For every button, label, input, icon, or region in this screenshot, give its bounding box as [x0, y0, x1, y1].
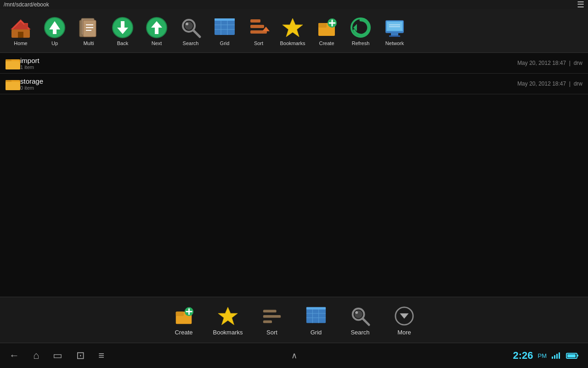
bottom-bookmarks-button[interactable]: Bookmarks [206, 299, 250, 341]
nav-menu-button[interactable]: ≡ [98, 350, 104, 362]
file-name: storage [20, 77, 517, 85]
svg-rect-59 [263, 310, 277, 312]
bottom-create-button[interactable]: Create [162, 299, 206, 341]
svg-rect-80 [577, 355, 578, 356]
svg-rect-61 [263, 320, 272, 323]
sort-icon [247, 16, 271, 40]
svg-rect-4 [24, 23, 28, 28]
toolbar-back-button[interactable]: Back [107, 12, 139, 51]
toolbar-multi-button[interactable]: Multi [73, 12, 105, 51]
bottom-more-label: More [397, 329, 411, 336]
toolbar-sort-label: Sort [254, 40, 263, 46]
toolbar-next-label: Next [152, 40, 162, 46]
list-item[interactable]: storage 0 item May 20, 2012 18:47 | drw [0, 74, 588, 94]
toolbar-back-label: Back [117, 40, 128, 46]
bottom-bookmarks-icon [216, 305, 239, 328]
toolbar-grid-button[interactable]: Grid [209, 12, 241, 51]
bottom-grid-icon [305, 305, 328, 328]
svg-line-70 [363, 318, 369, 324]
up-icon [43, 16, 67, 40]
toolbar-home-button[interactable]: Home [5, 12, 37, 51]
next-icon [145, 16, 169, 40]
svg-rect-54 [176, 311, 184, 316]
nav-right: 2:26 PM [513, 350, 579, 362]
list-item[interactable]: import 1 item May 20, 2012 18:47 | drw [0, 53, 588, 74]
bottom-create-label: Create [175, 329, 192, 336]
toolbar-multi-label: Multi [83, 40, 94, 46]
svg-point-71 [355, 310, 362, 318]
refresh-icon [349, 16, 373, 40]
svg-line-18 [193, 30, 200, 37]
file-name: import [20, 57, 517, 64]
path-label: /mnt/sdcard/ebook [4, 1, 49, 8]
bottom-sort-label: Sort [266, 329, 277, 336]
file-area: import 1 item May 20, 2012 18:47 | drw s… [0, 53, 588, 297]
svg-rect-34 [318, 23, 327, 28]
toolbar-up-button[interactable]: Up [39, 12, 71, 51]
svg-rect-29 [250, 25, 264, 28]
home-icon [9, 16, 33, 40]
svg-rect-42 [391, 33, 398, 35]
svg-rect-52 [6, 82, 20, 90]
file-perms: drw [574, 80, 582, 87]
svg-rect-9 [83, 20, 96, 37]
signal-icon [551, 352, 561, 359]
toolbar-create-button[interactable]: Create [311, 12, 343, 51]
toolbar-bookmarks-label: Bookmarks [280, 40, 305, 46]
svg-point-19 [185, 22, 193, 30]
svg-rect-27 [215, 18, 235, 21]
nav-up-button[interactable]: ∧ [291, 351, 297, 360]
toolbar-search-button[interactable]: Search [175, 12, 207, 51]
bottom-search-button[interactable]: Search [338, 299, 382, 341]
svg-rect-43 [389, 35, 400, 37]
file-count: 1 item [20, 64, 517, 70]
bottom-search-icon [349, 305, 372, 328]
toolbar-grid-label: Grid [220, 40, 230, 46]
bottom-grid-button[interactable]: Grid [294, 299, 338, 341]
file-date: May 20, 2012 18:47 [517, 60, 566, 66]
menu-icon[interactable]: ☰ [577, 0, 584, 10]
file-meta: May 20, 2012 18:47 | drw [517, 80, 582, 87]
bottom-sort-button[interactable]: Sort [250, 299, 294, 341]
file-perms: drw [574, 60, 582, 66]
multi-icon [77, 16, 101, 40]
toolbar-refresh-button[interactable]: Refresh [345, 12, 377, 51]
toolbar-sort-button[interactable]: Sort [243, 12, 275, 51]
bottom-more-icon [393, 305, 416, 328]
svg-rect-2 [18, 32, 23, 38]
toolbar-network-button[interactable]: Network [379, 12, 411, 51]
svg-point-72 [355, 311, 358, 314]
svg-rect-28 [250, 19, 260, 23]
svg-rect-77 [556, 354, 558, 359]
svg-rect-60 [263, 315, 281, 318]
svg-marker-74 [400, 313, 408, 319]
toolbar-next-button[interactable]: Next [141, 12, 173, 51]
svg-point-20 [186, 23, 188, 25]
svg-rect-22 [215, 20, 235, 35]
nav-home-button[interactable]: ⌂ [33, 350, 39, 362]
nav-center: ∧ [291, 351, 297, 361]
toolbar-refresh-label: Refresh [352, 40, 370, 46]
toolbar-bookmarks-button[interactable]: Bookmarks [277, 12, 309, 51]
nav-recent-button[interactable]: ▭ [53, 350, 62, 362]
toolbar-up-label: Up [51, 40, 58, 46]
bottom-bar: Create Bookmarks Sort [0, 297, 588, 343]
svg-rect-76 [554, 355, 555, 359]
nav-left: ← ⌂ ▭ ⊡ ≡ [9, 350, 104, 362]
nav-back-button[interactable]: ← [9, 350, 19, 362]
svg-rect-81 [567, 354, 576, 357]
top-toolbar: Home Up Multi [0, 9, 588, 53]
svg-rect-49 [6, 61, 20, 69]
bottom-more-button[interactable]: More [382, 299, 426, 341]
folder-icon [6, 56, 20, 70]
nav-bar: ← ⌂ ▭ ⊡ ≡ ∧ 2:26 PM [0, 343, 588, 368]
nav-screenshot-button[interactable]: ⊡ [76, 350, 85, 362]
battery-icon [566, 352, 579, 359]
svg-rect-44 [387, 22, 402, 30]
toolbar-search-label: Search [183, 40, 199, 46]
clock-ampm: PM [538, 352, 547, 359]
toolbar-home-label: Home [14, 40, 27, 46]
svg-marker-58 [218, 307, 237, 324]
clock-time: 2:26 [513, 350, 533, 362]
bottom-search-label: Search [351, 329, 369, 336]
